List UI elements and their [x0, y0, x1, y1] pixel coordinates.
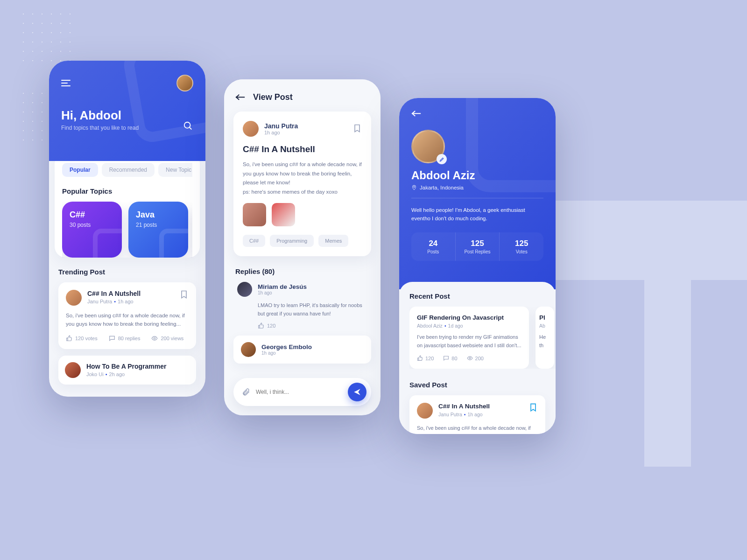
- avatar: [241, 342, 256, 357]
- reply-likes[interactable]: 120: [258, 322, 367, 329]
- post-body: So, i've been using c## for a whole deca…: [243, 160, 362, 196]
- post-title: C## In A Nutshell: [243, 144, 362, 154]
- reply-time: 1h ago: [261, 350, 312, 356]
- topic-posts: 21 posts: [136, 222, 181, 228]
- profile-stats: 24 Posts 125 Post Replies 125 Votes: [411, 232, 543, 261]
- trending-title: Trending Post: [58, 268, 196, 276]
- reply-author: Georges Embolo: [261, 343, 312, 350]
- home-header: Hi, Abdool Find topics that you like to …: [49, 61, 205, 161]
- reply-composer: [233, 378, 371, 406]
- stat-replies[interactable]: 125 Post Replies: [456, 232, 500, 261]
- reply-time: 1h ago: [258, 290, 307, 295]
- svg-point-5: [414, 186, 415, 188]
- tab-popular[interactable]: Popular: [62, 163, 98, 177]
- reply: Miriam de Jesús 1h ago LMAO try to learn…: [235, 282, 369, 329]
- svg-point-6: [469, 357, 470, 359]
- post-title: C## In A Nutshell: [438, 403, 523, 410]
- tag[interactable]: C##: [243, 235, 265, 247]
- reply-input[interactable]: [256, 389, 342, 395]
- back-icon[interactable]: [235, 94, 246, 101]
- trending-post[interactable]: C## In A Nutshell Janu Putra•1h ago So, …: [58, 282, 196, 349]
- profile-header: Abdool Aziz Jakarta, Indonesia Well hell…: [399, 98, 556, 289]
- greeting: Hi, Abdool: [61, 108, 139, 123]
- stat-posts[interactable]: 24 Posts: [411, 232, 456, 261]
- recent-post-title: Recent Post: [409, 292, 556, 300]
- post-image[interactable]: [243, 203, 266, 226]
- avatar: [65, 362, 81, 378]
- replies-title: Replies (80): [235, 267, 369, 275]
- post-image[interactable]: [272, 203, 295, 226]
- svg-line-1: [190, 127, 192, 130]
- post-excerpt: So, i've been using c## for a whole deca…: [66, 311, 189, 329]
- menu-icon[interactable]: [61, 80, 70, 86]
- reply[interactable]: Georges Embolo 1h ago: [233, 336, 371, 364]
- location-icon: [411, 185, 417, 190]
- post-meta: Abdool Aziz•1d ago: [417, 323, 521, 329]
- post-stats: 120 80 200: [417, 355, 521, 361]
- topic-posts: 30 posts: [70, 222, 114, 228]
- reply-author: Miriam de Jesús: [258, 283, 307, 290]
- tag[interactable]: Programming: [270, 235, 314, 247]
- svg-point-2: [154, 337, 156, 339]
- screen-view-post: View Post Janu Putra 1h ago C## In A Nut…: [224, 79, 381, 415]
- bookmark-icon[interactable]: [529, 403, 538, 413]
- post-time: 1h ago: [264, 130, 347, 135]
- screen-home: Hi, Abdool Find topics that you like to …: [49, 61, 205, 397]
- topic-name: C##: [70, 210, 114, 220]
- screen-profile: Abdool Aziz Jakarta, Indonesia Well hell…: [399, 98, 556, 434]
- recent-post-card[interactable]: Pl Ab He th: [536, 307, 554, 369]
- page-title: View Post: [253, 92, 293, 102]
- recent-post-card[interactable]: GIF Rendering On Javascript Abdool Aziz•…: [409, 307, 529, 369]
- svg-point-0: [184, 122, 190, 128]
- greeting-subtitle: Find topics that you like to read: [61, 125, 139, 131]
- post-meta: Janu Putra•1h ago: [87, 299, 174, 304]
- profile-name: Abdool Aziz: [411, 169, 543, 182]
- saved-post-title: Saved Post: [409, 381, 556, 389]
- topic-name: Java: [136, 210, 181, 220]
- post-title: GIF Rendering On Javascript: [417, 314, 521, 321]
- post-excerpt: So, i've been using c## for a whole deca…: [417, 424, 538, 433]
- post-author: Janu Putra: [264, 122, 347, 130]
- profile-bio: Well hello people! I'm Abdool, a geek en…: [411, 206, 543, 223]
- bookmark-icon[interactable]: [352, 124, 362, 134]
- profile-location: Jakarta, Indonesia: [411, 185, 543, 190]
- back-icon[interactable]: [411, 110, 422, 118]
- post-meta: Janu Putra•1h ago: [438, 412, 523, 417]
- post-title: Pl: [539, 314, 550, 321]
- reply-body: LMAO try to learn PHP, it's basically fo…: [258, 301, 367, 318]
- attachment-icon[interactable]: [242, 388, 250, 396]
- tag[interactable]: Memes: [318, 235, 348, 247]
- post-card: Janu Putra 1h ago C## In A Nutshell So, …: [233, 112, 371, 256]
- avatar: [66, 290, 82, 306]
- saved-post-card[interactable]: C## In A Nutshell Janu Putra•1h ago So, …: [409, 395, 545, 434]
- post-meta: Joko Ui•2h ago: [86, 371, 190, 377]
- topic-card-java[interactable]: Java 21 posts: [128, 202, 188, 258]
- search-icon[interactable]: [183, 121, 193, 131]
- category-tabs: Popular Recommended New Topic L: [62, 163, 192, 177]
- tab-new-topic[interactable]: New Topic: [158, 163, 192, 177]
- avatar: [417, 403, 433, 419]
- edit-profile-icon[interactable]: [437, 154, 447, 164]
- popular-topics-title: Popular Topics: [62, 187, 192, 195]
- avatar[interactable]: [176, 75, 193, 91]
- send-button[interactable]: [348, 383, 366, 401]
- stat-votes[interactable]: 125 Votes: [500, 232, 543, 261]
- post-excerpt: I've been trying to render my GIF animat…: [417, 333, 521, 350]
- avatar[interactable]: [243, 121, 259, 137]
- avatar[interactable]: [237, 282, 252, 297]
- post-title: C## In A Nutshell: [87, 290, 174, 297]
- trending-post[interactable]: How To Be A Programmer Joko Ui•2h ago: [58, 356, 196, 385]
- post-stats: 120 votes 80 replies 200 views: [66, 335, 189, 342]
- bookmark-icon[interactable]: [179, 290, 189, 300]
- tab-recommended[interactable]: Recommended: [102, 163, 155, 177]
- post-title: How To Be A Programmer: [86, 363, 190, 370]
- topic-card-csharp[interactable]: C## 30 posts: [62, 202, 122, 258]
